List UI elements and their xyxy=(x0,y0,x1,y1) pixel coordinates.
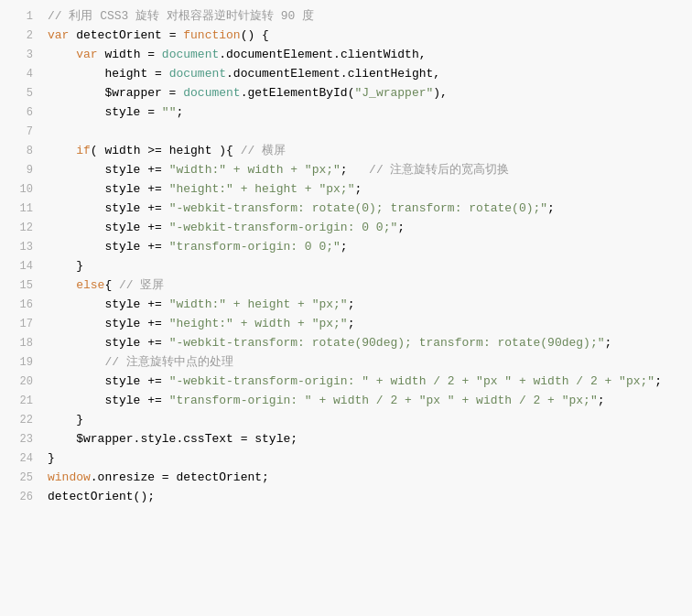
token-plain: ; xyxy=(348,317,355,330)
token-plain: style += xyxy=(48,317,169,330)
line-number: 4 xyxy=(7,66,33,83)
token-comment: // 竖屏 xyxy=(119,278,164,292)
token-plain: .documentElement.clientWidth, xyxy=(219,48,426,61)
token-plain: ; xyxy=(354,182,362,196)
token-string: "transform-origin: 0 0;" xyxy=(169,240,341,254)
line-content: style += "-webkit-transform-origin: " + … xyxy=(48,373,685,392)
code-line: 21 style += "transform-origin: " + width… xyxy=(0,392,692,411)
code-line: 25window.onresize = detectOrient; xyxy=(0,469,692,488)
line-content: style += "-webkit-transform: rotate(0); … xyxy=(48,200,685,219)
line-number: 21 xyxy=(7,393,33,410)
token-plain: style += xyxy=(48,182,169,196)
line-number: 2 xyxy=(7,27,33,45)
line-content: } xyxy=(48,449,685,469)
code-line: 13 style += "transform-origin: 0 0;"; xyxy=(0,238,692,257)
token-plain: style += xyxy=(48,240,169,254)
token-plain: style += xyxy=(48,221,169,234)
token-plain: } xyxy=(48,259,83,273)
code-line: 8 if( width >= height ){ // 横屏 xyxy=(0,142,692,161)
code-line: 7 xyxy=(0,123,692,142)
line-number: 16 xyxy=(7,297,33,314)
token-plain: style = xyxy=(48,105,162,119)
line-number: 7 xyxy=(7,124,33,141)
token-plain: ; xyxy=(348,297,355,311)
token-string: "width:" + height + "px;" xyxy=(169,297,348,311)
line-number: 15 xyxy=(7,277,33,295)
line-number: 18 xyxy=(7,335,33,352)
token-string: "height:" + width + "px;" xyxy=(169,317,348,330)
token-string: "-webkit-transform-origin: " + width / 2… xyxy=(169,374,655,388)
token-plain: ( width >= height ){ xyxy=(91,144,241,157)
token-plain: style += xyxy=(48,394,169,407)
token-plain: style += xyxy=(48,201,169,215)
line-content: $wrapper = document.getElementById("J_wr… xyxy=(48,84,685,103)
token-plain xyxy=(48,278,76,292)
line-content xyxy=(48,123,685,142)
token-keyword: else xyxy=(76,278,104,292)
line-content: else{ // 竖屏 xyxy=(48,276,685,296)
line-number: 25 xyxy=(7,470,33,487)
token-plain: ; xyxy=(654,374,662,388)
token-plain: { xyxy=(104,278,119,292)
code-line: 26detectOrient(); xyxy=(0,488,692,507)
token-comment: // 横屏 xyxy=(241,144,286,157)
token-plain: ; xyxy=(341,240,348,254)
token-plain: () { xyxy=(241,28,269,42)
line-number: 20 xyxy=(7,373,33,391)
token-plain: style += xyxy=(48,374,169,388)
line-number: 3 xyxy=(7,47,33,64)
line-number: 12 xyxy=(7,220,33,237)
code-line: 2var detectOrient = function() { xyxy=(0,27,692,46)
token-document: document xyxy=(183,86,240,100)
line-content: } xyxy=(48,257,685,276)
token-plain: height = xyxy=(48,67,169,81)
line-content: // 利用 CSS3 旋转 对根容器逆时针旋转 90 度 xyxy=(48,7,685,27)
line-content: var width = document.documentElement.cli… xyxy=(48,46,685,65)
code-line: 24} xyxy=(0,449,692,469)
token-plain: ; xyxy=(605,336,612,350)
token-plain: width = xyxy=(104,48,161,61)
token-string: "height:" + height + "px;" xyxy=(169,182,355,196)
token-plain: style += xyxy=(48,163,169,177)
token-document: document xyxy=(162,48,219,61)
code-line: 6 style = ""; xyxy=(0,103,692,123)
code-line: 18 style += "-webkit-transform: rotate(9… xyxy=(0,334,692,353)
token-plain: style += xyxy=(48,336,169,350)
line-content: style += "transform-origin: 0 0;"; xyxy=(48,238,685,257)
line-content: height = document.documentElement.client… xyxy=(48,65,685,84)
line-content: style += "height:" + width + "px;"; xyxy=(48,315,685,334)
token-plain: ; xyxy=(598,394,605,407)
code-line: 20 style += "-webkit-transform-origin: "… xyxy=(0,373,692,392)
code-line: 1// 利用 CSS3 旋转 对根容器逆时针旋转 90 度 xyxy=(0,7,692,27)
line-content: window.onresize = detectOrient; xyxy=(48,469,685,488)
token-keyword: if xyxy=(76,144,91,157)
line-content: var detectOrient = function() { xyxy=(48,27,685,46)
code-line: 23 $wrapper.style.cssText = style; xyxy=(0,430,692,449)
line-content: $wrapper.style.cssText = style; xyxy=(48,430,685,449)
token-plain: ; xyxy=(547,201,555,215)
token-string: "-webkit-transform: rotate(0); transform… xyxy=(169,201,547,215)
code-line: 12 style += "-webkit-transform-origin: 0… xyxy=(0,219,692,238)
line-number: 10 xyxy=(7,181,33,199)
token-plain xyxy=(48,144,76,157)
token-keyword: var xyxy=(48,48,104,61)
token-plain: detectOrient(); xyxy=(48,490,155,503)
token-plain: } xyxy=(48,413,83,427)
token-plain xyxy=(48,355,104,369)
line-content: style += "width:" + width + "px;"; // 注意… xyxy=(48,161,685,180)
line-content: style += "width:" + height + "px;"; xyxy=(48,296,685,315)
token-plain: .documentElement.clientHeight, xyxy=(226,67,440,81)
token-plain: detectOrient = xyxy=(76,28,183,42)
line-number: 17 xyxy=(7,316,33,333)
token-comment: // 注意旋转中点的处理 xyxy=(104,355,232,369)
line-content: style += "-webkit-transform-origin: 0 0;… xyxy=(48,219,685,238)
line-content: style += "height:" + height + "px;"; xyxy=(48,180,685,200)
code-line: 5 $wrapper = document.getElementById("J_… xyxy=(0,84,692,103)
line-content: style += "-webkit-transform: rotate(90de… xyxy=(48,334,685,353)
line-number: 19 xyxy=(7,354,33,372)
token-plain: .getElementById( xyxy=(241,86,355,100)
token-keyword: function xyxy=(183,28,240,42)
token-string: "" xyxy=(162,105,177,119)
token-comment: // 注意旋转后的宽高切换 xyxy=(369,163,509,177)
code-line: 10 style += "height:" + height + "px;"; xyxy=(0,180,692,200)
